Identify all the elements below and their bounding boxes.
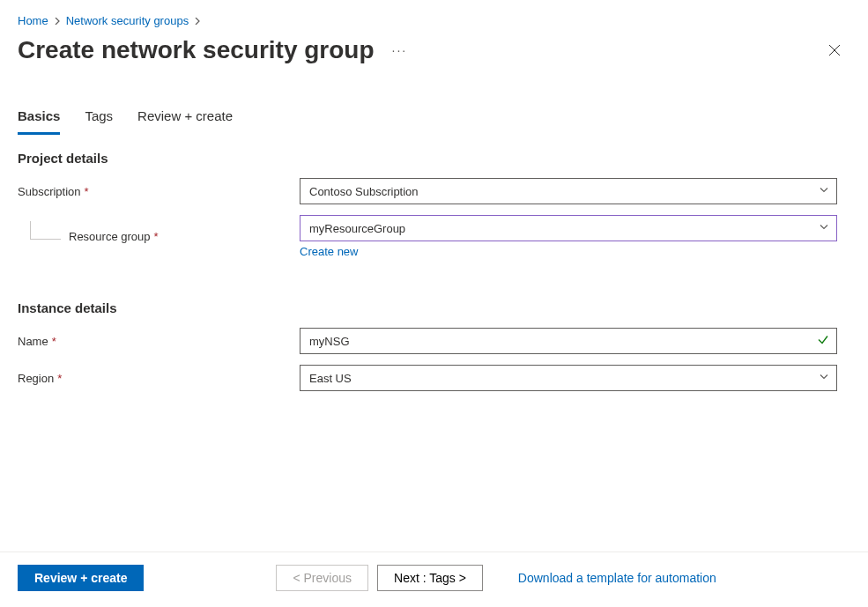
breadcrumb: Home Network security groups — [18, 14, 850, 27]
subscription-value: Contoso Subscription — [309, 185, 419, 198]
required-indicator: * — [85, 185, 89, 198]
close-icon[interactable] — [819, 38, 850, 63]
tabs: Basics Tags Review + create — [18, 103, 850, 135]
resource-group-value: myResourceGroup — [309, 222, 405, 235]
resource-group-select[interactable]: myResourceGroup — [300, 215, 837, 241]
chevron-right-icon — [194, 14, 201, 27]
create-new-link[interactable]: Create new — [300, 245, 358, 258]
checkmark-icon — [817, 334, 829, 349]
tab-basics[interactable]: Basics — [18, 103, 60, 135]
name-value: myNSG — [309, 335, 350, 348]
page-title: Create network security group — [18, 36, 375, 64]
required-indicator: * — [52, 335, 56, 348]
label-region: Region — [18, 372, 54, 385]
label-resource-group: Resource group — [69, 230, 151, 243]
breadcrumb-nsg[interactable]: Network security groups — [66, 14, 189, 27]
tab-tags[interactable]: Tags — [85, 103, 113, 135]
chevron-down-icon — [819, 372, 829, 385]
section-instance-details: Instance details — [18, 300, 850, 315]
more-icon[interactable]: ··· — [389, 43, 412, 57]
download-template-link[interactable]: Download a template for automation — [518, 571, 716, 585]
tab-review-create[interactable]: Review + create — [137, 103, 233, 135]
name-input[interactable]: myNSG — [300, 328, 837, 354]
review-create-button[interactable]: Review + create — [18, 565, 144, 591]
label-subscription: Subscription — [18, 185, 81, 198]
required-indicator: * — [57, 372, 62, 385]
label-name: Name — [18, 335, 48, 348]
chevron-right-icon — [54, 14, 61, 27]
subscription-select[interactable]: Contoso Subscription — [300, 178, 837, 204]
previous-button: < Previous — [276, 565, 368, 591]
next-button[interactable]: Next : Tags > — [377, 565, 483, 591]
section-project-details: Project details — [18, 151, 850, 166]
breadcrumb-home[interactable]: Home — [18, 14, 48, 27]
chevron-down-icon — [819, 185, 829, 198]
region-select[interactable]: East US — [300, 365, 837, 391]
required-indicator: * — [154, 230, 159, 243]
region-value: East US — [309, 372, 352, 385]
footer-bar: Review + create < Previous Next : Tags >… — [0, 551, 868, 607]
chevron-down-icon — [819, 222, 829, 235]
